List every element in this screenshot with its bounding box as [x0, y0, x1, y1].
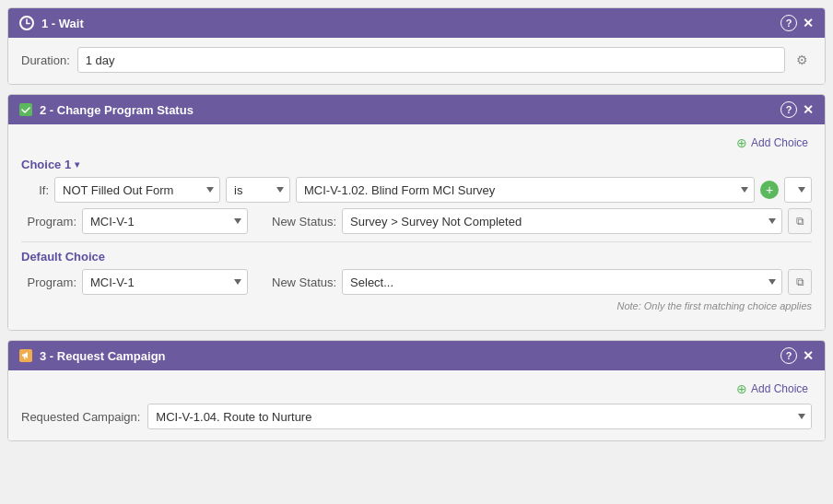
add-choice-icon: ⊕ [736, 135, 747, 150]
note-row: Note: Only the first matching choice app… [21, 300, 812, 311]
campaign-row: Requested Campaign: MCI-V-1.04. Route to… [21, 404, 812, 429]
panel-cps-actions: ? ✕ [780, 101, 814, 118]
choice-1-program-row: Program: MCI-V-1 New Status: Survey > Su… [21, 208, 812, 234]
choice-1-section: Choice 1 ▾ If: NOT Filled Out Form is MC… [21, 158, 812, 234]
campaign-select[interactable]: MCI-V-1.04. Route to Nurture [147, 404, 812, 429]
duration-row: Duration: ⚙ [21, 47, 812, 73]
add-choice-button[interactable]: ⊕ Add Choice [733, 134, 812, 152]
choice-1-new-status-select[interactable]: Survey > Survey Not Completed [342, 208, 782, 234]
duration-gear-button[interactable]: ⚙ [792, 51, 812, 69]
panel-cps-body: ⊕ Add Choice Choice 1 ▾ If: NOT Filled O… [8, 124, 825, 330]
wait-close-button[interactable]: ✕ [803, 16, 814, 30]
note-text: Note: Only the first matching choice app… [616, 300, 812, 311]
is-select[interactable]: is [226, 177, 290, 203]
section-divider [21, 241, 812, 242]
megaphone-icon [19, 349, 32, 362]
choice-1-arrow: ▾ [75, 159, 79, 170]
duration-input[interactable] [77, 47, 785, 73]
panel-request-campaign: 3 - Request Campaign ? ✕ ⊕ Add Choice Re… [7, 340, 826, 441]
rc-add-choice-button[interactable]: ⊕ Add Choice [733, 380, 812, 398]
panel-wait-title: 1 - Wait [41, 17, 84, 30]
default-program-select[interactable]: MCI-V-1 [82, 269, 248, 295]
choice-1-title[interactable]: Choice 1 ▾ [21, 158, 812, 171]
panel-wait-actions: ? ✕ [780, 15, 814, 31]
add-condition-button[interactable]: + [760, 181, 779, 199]
choice-1-new-status-label: New Status: [272, 215, 336, 229]
cps-help-button[interactable]: ? [780, 101, 797, 118]
panel-wait: 1 - Wait ? ✕ Duration: ⚙ [7, 7, 826, 85]
default-choice-section: Default Choice Program: MCI-V-1 New Stat… [21, 250, 812, 311]
default-copy-icon: ⧉ [796, 275, 804, 288]
svg-rect-3 [19, 103, 32, 116]
panel-cps-title-group: 2 - Change Program Status [19, 103, 194, 117]
rc-add-choice-label: Add Choice [751, 382, 808, 395]
condition-options-select[interactable] [784, 177, 812, 203]
default-new-status-select[interactable]: Select... [342, 269, 782, 295]
if-label: If: [21, 183, 49, 197]
duration-label: Duration: [21, 53, 70, 67]
panel-change-program-status: 2 - Change Program Status ? ✕ ⊕ Add Choi… [7, 94, 826, 331]
choice-1-copy-button[interactable]: ⧉ [788, 208, 812, 234]
choice-1-program-select[interactable]: MCI-V-1 [82, 208, 248, 234]
panel-rc-body: ⊕ Add Choice Requested Campaign: MCI-V-1… [8, 370, 825, 440]
cps-close-button[interactable]: ✕ [803, 102, 814, 117]
panel-cps-header: 2 - Change Program Status ? ✕ [8, 95, 825, 124]
if-condition-select[interactable]: NOT Filled Out Form [54, 177, 220, 203]
choice-1-if-row: If: NOT Filled Out Form is MCI-V-1.02. B… [21, 177, 812, 203]
wait-help-button[interactable]: ? [780, 15, 797, 31]
default-program-label: Program: [21, 275, 76, 289]
panel-rc-title: 3 - Request Campaign [40, 349, 166, 363]
rc-add-choice-icon: ⊕ [736, 381, 747, 396]
rc-add-choice-row: ⊕ Add Choice [21, 380, 812, 398]
panel-cps-title: 2 - Change Program Status [40, 103, 194, 117]
panel-rc-title-group: 3 - Request Campaign [19, 349, 166, 363]
survey-select[interactable]: MCI-V-1.02. Blind Form MCI Survey [296, 177, 755, 203]
rc-close-button[interactable]: ✕ [803, 348, 814, 363]
panel-rc-header: 3 - Request Campaign ? ✕ [8, 341, 825, 370]
clock-icon [19, 16, 34, 30]
default-choice-program-row: Program: MCI-V-1 New Status: Select... ⧉ [21, 269, 812, 295]
add-choice-row: ⊕ Add Choice [21, 134, 812, 152]
tag-icon [19, 103, 32, 116]
panel-rc-actions: ? ✕ [780, 347, 814, 364]
panel-wait-body: Duration: ⚙ [8, 38, 825, 84]
default-new-status-label: New Status: [272, 275, 336, 289]
campaign-label: Requested Campaign: [21, 410, 140, 424]
panel-wait-header: 1 - Wait ? ✕ [8, 8, 825, 38]
default-copy-button[interactable]: ⧉ [788, 269, 812, 295]
rc-help-button[interactable]: ? [780, 347, 797, 364]
default-choice-title: Default Choice [21, 250, 812, 264]
panel-wait-title-group: 1 - Wait [19, 16, 84, 30]
choice-1-program-label: Program: [21, 215, 76, 229]
add-choice-label: Add Choice [751, 136, 808, 149]
copy-icon: ⧉ [796, 215, 804, 228]
